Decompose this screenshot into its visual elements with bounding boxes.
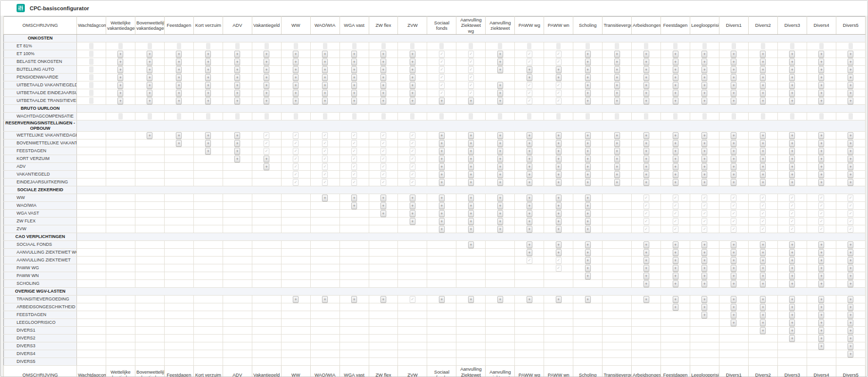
- add-plus-icon[interactable]: +: [527, 132, 532, 139]
- matrix-cell[interactable]: +: [661, 303, 690, 311]
- add-plus-icon[interactable]: +: [585, 90, 591, 97]
- matrix-cell[interactable]: +: [573, 179, 603, 186]
- add-plus-icon[interactable]: +: [176, 59, 182, 65]
- matrix-cell[interactable]: +: [369, 202, 398, 210]
- matrix-cell[interactable]: +: [719, 296, 748, 303]
- matrix-cell[interactable]: ✓: [310, 155, 340, 163]
- check-icon[interactable]: ✓: [556, 98, 562, 104]
- add-plus-icon[interactable]: +: [468, 132, 474, 139]
- check-icon[interactable]: ✓: [322, 156, 328, 162]
- add-plus-icon[interactable]: +: [643, 171, 649, 178]
- add-plus-icon[interactable]: +: [264, 74, 269, 81]
- matrix-cell[interactable]: +: [573, 155, 603, 163]
- matrix-cell[interactable]: +: [515, 163, 544, 171]
- add-plus-icon[interactable]: +: [556, 296, 562, 303]
- add-plus-icon[interactable]: +: [556, 132, 562, 139]
- matrix-cell[interactable]: ✓: [515, 257, 544, 264]
- matrix-cell[interactable]: +: [193, 74, 223, 81]
- add-plus-icon[interactable]: +: [497, 156, 503, 162]
- matrix-cell[interactable]: +: [836, 319, 865, 327]
- add-plus-icon[interactable]: +: [789, 296, 795, 303]
- add-plus-icon[interactable]: +: [176, 66, 182, 73]
- add-plus-icon[interactable]: +: [760, 51, 766, 58]
- add-plus-icon[interactable]: +: [293, 66, 299, 73]
- matrix-cell[interactable]: +: [456, 194, 486, 202]
- matrix-cell[interactable]: +: [223, 58, 252, 66]
- check-icon[interactable]: ✓: [264, 148, 269, 155]
- matrix-cell[interactable]: +: [603, 163, 632, 171]
- add-plus-icon[interactable]: +: [264, 90, 269, 97]
- add-plus-icon[interactable]: +: [848, 335, 853, 342]
- matrix-cell[interactable]: ✓: [544, 81, 573, 89]
- matrix-cell[interactable]: +: [690, 171, 719, 179]
- add-plus-icon[interactable]: +: [497, 195, 503, 201]
- add-plus-icon[interactable]: +: [789, 90, 795, 97]
- matrix-cell[interactable]: ✓: [281, 163, 310, 171]
- add-plus-icon[interactable]: +: [234, 82, 240, 89]
- add-plus-icon[interactable]: +: [527, 218, 532, 225]
- matrix-cell[interactable]: +: [690, 179, 719, 186]
- matrix-cell[interactable]: +: [573, 296, 603, 303]
- matrix-cell[interactable]: +: [836, 74, 865, 81]
- matrix-cell[interactable]: +: [719, 319, 748, 327]
- matrix-cell[interactable]: +: [456, 218, 486, 225]
- add-plus-icon[interactable]: +: [439, 226, 445, 233]
- add-plus-icon[interactable]: +: [264, 59, 269, 65]
- matrix-cell[interactable]: +: [398, 66, 427, 74]
- add-plus-icon[interactable]: +: [731, 66, 736, 73]
- matrix-cell[interactable]: ✓: [369, 179, 398, 186]
- matrix-cell[interactable]: +: [661, 74, 690, 81]
- matrix-cell[interactable]: +: [369, 66, 398, 74]
- matrix-cell[interactable]: +: [777, 280, 807, 288]
- check-icon[interactable]: ✓: [789, 202, 795, 209]
- matrix-cell[interactable]: ✓: [340, 132, 369, 139]
- matrix-cell[interactable]: +: [777, 66, 807, 74]
- matrix-cell[interactable]: +: [777, 171, 807, 179]
- check-icon[interactable]: ✓: [527, 98, 532, 104]
- add-plus-icon[interactable]: +: [614, 90, 620, 97]
- add-plus-icon[interactable]: +: [818, 335, 824, 342]
- add-plus-icon[interactable]: +: [176, 74, 182, 81]
- check-icon[interactable]: ✓: [322, 148, 328, 155]
- add-plus-icon[interactable]: +: [818, 66, 824, 73]
- matrix-cell[interactable]: +: [398, 218, 427, 225]
- add-plus-icon[interactable]: +: [818, 156, 824, 162]
- matrix-cell[interactable]: +: [603, 66, 632, 74]
- add-plus-icon[interactable]: +: [439, 148, 445, 155]
- matrix-cell[interactable]: +: [836, 89, 865, 97]
- matrix-cell[interactable]: +: [486, 155, 515, 163]
- matrix-cell[interactable]: +: [836, 179, 865, 186]
- check-icon[interactable]: ✓: [818, 218, 824, 225]
- matrix-cell[interactable]: +: [573, 97, 603, 105]
- matrix-cell[interactable]: +: [603, 132, 632, 139]
- matrix-cell[interactable]: +: [486, 218, 515, 225]
- add-plus-icon[interactable]: +: [643, 82, 649, 89]
- matrix-cell[interactable]: +: [515, 147, 544, 155]
- add-plus-icon[interactable]: +: [701, 148, 707, 155]
- add-plus-icon[interactable]: +: [701, 280, 707, 287]
- add-plus-icon[interactable]: +: [527, 74, 532, 81]
- add-plus-icon[interactable]: +: [614, 51, 620, 58]
- add-plus-icon[interactable]: +: [848, 98, 853, 104]
- add-plus-icon[interactable]: +: [176, 140, 182, 147]
- add-plus-icon[interactable]: +: [147, 98, 152, 104]
- check-icon[interactable]: ✓: [293, 148, 299, 155]
- check-icon[interactable]: ✓: [848, 202, 853, 209]
- matrix-cell[interactable]: +: [456, 132, 486, 139]
- add-plus-icon[interactable]: +: [789, 265, 795, 272]
- matrix-cell[interactable]: +: [807, 241, 836, 249]
- check-icon[interactable]: ✓: [789, 210, 795, 217]
- add-plus-icon[interactable]: +: [818, 171, 824, 178]
- add-plus-icon[interactable]: +: [760, 327, 766, 334]
- check-icon[interactable]: ✓: [322, 163, 328, 170]
- matrix-cell[interactable]: +: [603, 81, 632, 89]
- add-plus-icon[interactable]: +: [585, 59, 591, 65]
- add-plus-icon[interactable]: +: [701, 296, 707, 303]
- add-plus-icon[interactable]: +: [439, 202, 445, 209]
- matrix-cell[interactable]: +: [193, 50, 223, 58]
- add-plus-icon[interactable]: +: [293, 59, 299, 65]
- check-icon[interactable]: ✓: [556, 90, 562, 97]
- add-plus-icon[interactable]: +: [176, 90, 182, 97]
- add-plus-icon[interactable]: +: [468, 179, 474, 186]
- add-plus-icon[interactable]: +: [556, 249, 562, 256]
